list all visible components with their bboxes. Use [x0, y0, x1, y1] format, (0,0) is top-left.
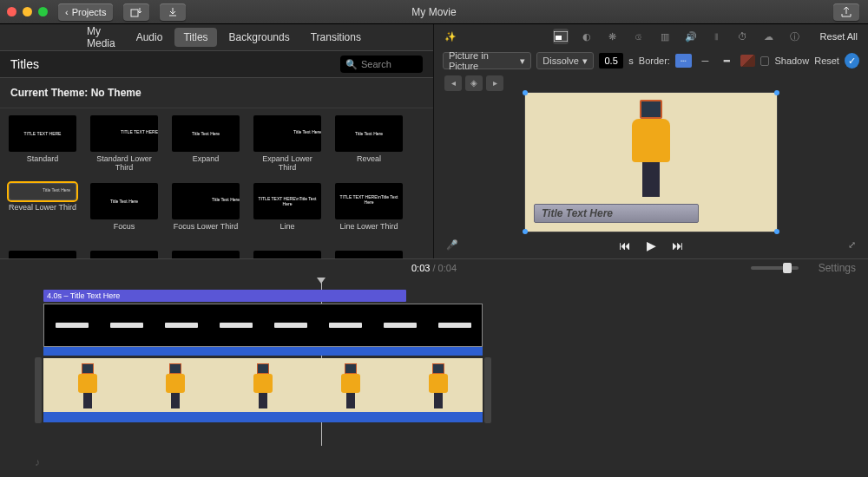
- title-item-line-lower-third[interactable]: TITLE TEXT HERE\nTitle Text HereLine Low…: [335, 183, 403, 240]
- maximize-window-icon[interactable]: [38, 7, 48, 16]
- title-clip-audio[interactable]: [43, 347, 483, 356]
- chevron-down-icon: ▾: [520, 56, 525, 67]
- resize-handle-icon[interactable]: [774, 90, 779, 95]
- border-color-swatch[interactable]: [740, 55, 755, 67]
- clip-trim-handle-right[interactable]: [484, 357, 491, 423]
- theme-label: Current Theme: No Theme: [0, 78, 433, 108]
- title-item-extra-1[interactable]: [9, 251, 76, 258]
- zoom-slider[interactable]: [751, 266, 799, 270]
- tab-titles[interactable]: Titles: [174, 28, 216, 47]
- fullscreen-icon[interactable]: ⤢: [848, 239, 856, 251]
- title-text-overlay[interactable]: Title Text Here: [534, 204, 699, 223]
- minimize-window-icon[interactable]: [23, 7, 32, 16]
- filter-icon[interactable]: ☁: [761, 29, 777, 44]
- inspector-tools: ✨ ◐ ❋ ⟃ ▥ 🔊 ⫴ ⏱ ☁ ⓘ Reset All: [434, 24, 868, 49]
- music-track-icon: ♪: [35, 456, 40, 468]
- video-clip-audio[interactable]: [43, 412, 483, 422]
- current-time: 0:03: [411, 263, 430, 273]
- transition-select[interactable]: Dissolve▾: [536, 52, 594, 69]
- svg-rect-0: [131, 10, 138, 16]
- titles-grid: TITLE TEXT HEREStandard TITLE TEXT HERES…: [0, 108, 433, 258]
- chevron-left-icon: ‹: [65, 7, 69, 17]
- chevron-down-icon: ▾: [582, 56, 588, 67]
- color-balance-icon[interactable]: ◐: [579, 29, 595, 44]
- border-thick-button[interactable]: ━: [719, 54, 735, 68]
- preview-canvas: Title Text Here: [525, 93, 777, 232]
- border-thin-button[interactable]: ─: [697, 54, 713, 68]
- resize-handle-icon[interactable]: [523, 90, 528, 95]
- title-item-extra-5[interactable]: [335, 251, 403, 258]
- play-button[interactable]: ▶: [647, 238, 656, 252]
- stabilize-icon[interactable]: ▥: [657, 29, 673, 44]
- color-correct-icon[interactable]: ❋: [605, 29, 621, 44]
- preview-viewer[interactable]: Title Text Here: [434, 93, 868, 232]
- title-item-standard[interactable]: TITLE TEXT HEREStandard: [9, 115, 76, 173]
- tab-audio[interactable]: Audio: [128, 28, 172, 47]
- transport-controls: 🎤 ⏮ ▶ ⏭ ⤢: [434, 232, 868, 258]
- video-content: [625, 100, 677, 204]
- title-item-reveal-lower-third[interactable]: Title Text HereReveal Lower Third: [9, 183, 76, 240]
- video-clip-thumbnail-strip[interactable]: [43, 358, 483, 412]
- title-item-expand-lower-third[interactable]: Title Text HereExpand Lower Third: [253, 115, 321, 173]
- title-item-extra-4[interactable]: [253, 251, 321, 258]
- overlay-settings-icon[interactable]: [553, 29, 569, 44]
- equalizer-icon[interactable]: ⫴: [709, 29, 725, 44]
- share-icon: [841, 7, 852, 17]
- search-input[interactable]: 🔍 Search: [340, 56, 423, 73]
- window-title: My Movie: [411, 6, 456, 18]
- reset-all-button[interactable]: Reset All: [820, 31, 858, 42]
- duration-unit: s: [628, 56, 634, 66]
- title-item-extra-3[interactable]: [172, 251, 240, 258]
- voiceover-icon[interactable]: 🎤: [446, 239, 458, 251]
- shadow-checkbox[interactable]: [760, 56, 770, 66]
- timeline[interactable]: 4.0s – Title Text Here ♪: [0, 276, 868, 477]
- crop-icon[interactable]: ⟃: [631, 29, 647, 44]
- section-title: Titles: [10, 57, 39, 71]
- overlay-mode-select[interactable]: Picture in Picture▾: [443, 52, 531, 69]
- title-item-extra-2[interactable]: [90, 251, 158, 258]
- library-pane: My Media Audio Titles Backgrounds Transi…: [0, 24, 434, 258]
- duration-input[interactable]: 0.5: [599, 53, 623, 69]
- title-item-focus[interactable]: Title Text HereFocus: [90, 183, 158, 240]
- tab-backgrounds[interactable]: Backgrounds: [220, 28, 299, 47]
- projects-label: Projects: [72, 7, 107, 17]
- title-item-line[interactable]: TITLE TEXT HERE\nTitle Text HereLine: [253, 183, 321, 240]
- search-icon: 🔍: [345, 59, 358, 70]
- title-item-focus-lower-third[interactable]: Title Text HereFocus Lower Third: [172, 183, 240, 240]
- next-edit-button[interactable]: ▸: [486, 75, 503, 91]
- title-item-expand[interactable]: Title Text HereExpand: [172, 115, 240, 173]
- viewer-pane: ✨ ◐ ❋ ⟃ ▥ 🔊 ⫴ ⏱ ☁ ⓘ Reset All Picture in…: [434, 24, 868, 258]
- prev-clip-button[interactable]: ⏮: [619, 238, 631, 252]
- prev-edit-button[interactable]: ◂: [444, 75, 462, 91]
- title-item-standard-lower-third[interactable]: TITLE TEXT HEREStandard Lower Third: [90, 115, 158, 173]
- title-clip-thumbnail-strip[interactable]: [43, 304, 483, 347]
- title-item-reveal[interactable]: Title Text HereReveal: [335, 115, 403, 173]
- import-media-button[interactable]: [123, 3, 149, 21]
- share-button[interactable]: [833, 3, 859, 21]
- close-window-icon[interactable]: [7, 7, 16, 16]
- title-clip-header[interactable]: 4.0s – Title Text Here: [43, 290, 406, 302]
- overlay-reset-button[interactable]: Reset: [814, 56, 839, 66]
- clip-trim-handle-left[interactable]: [35, 357, 42, 423]
- apply-button[interactable]: ✓: [845, 53, 859, 69]
- import-icon: [130, 7, 142, 17]
- tab-my-media[interactable]: My Media: [78, 22, 124, 53]
- info-icon[interactable]: ⓘ: [787, 29, 803, 44]
- viewer-nav: ◂ ◈ ▸: [434, 73, 868, 93]
- magic-wand-icon[interactable]: ✨: [444, 31, 457, 42]
- download-button[interactable]: [160, 3, 186, 21]
- volume-icon[interactable]: 🔊: [683, 29, 699, 44]
- window-titlebar: ‹ Projects My Movie: [0, 0, 868, 24]
- speed-icon[interactable]: ⏱: [735, 29, 751, 44]
- next-clip-button[interactable]: ⏭: [672, 238, 684, 252]
- timeline-settings-button[interactable]: Settings: [819, 262, 856, 274]
- tab-transitions[interactable]: Transitions: [302, 28, 370, 47]
- projects-back-button[interactable]: ‹ Projects: [58, 3, 113, 21]
- download-icon: [168, 7, 178, 17]
- search-placeholder: Search: [361, 59, 391, 69]
- time-ruler: 0:03 / 0:04 Settings: [0, 258, 868, 276]
- shadow-label: Shadow: [774, 56, 809, 66]
- border-none-button[interactable]: ┄: [675, 54, 692, 68]
- match-frame-button[interactable]: ◈: [465, 75, 483, 91]
- svg-rect-2: [556, 36, 562, 40]
